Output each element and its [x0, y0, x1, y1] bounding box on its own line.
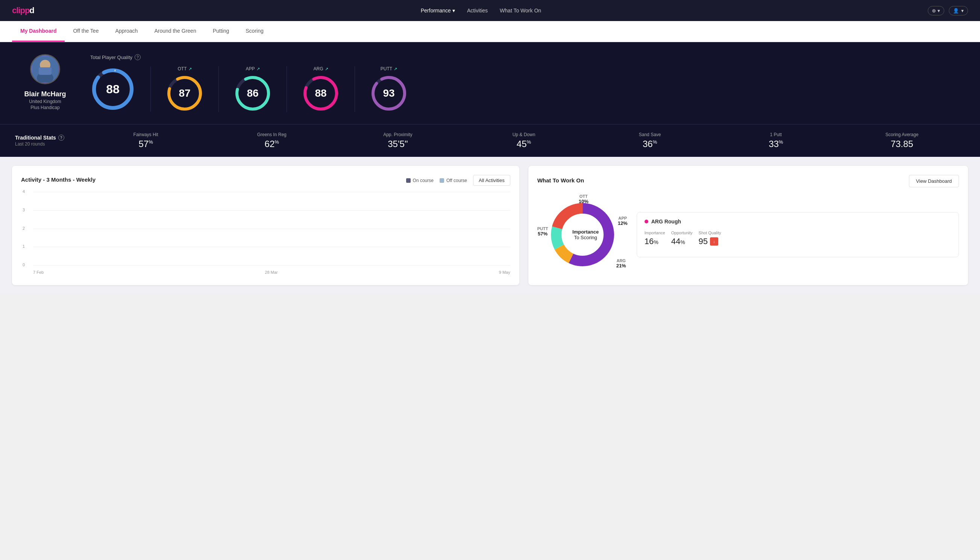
- bars-container: [33, 192, 510, 265]
- logo: clippd: [12, 6, 34, 15]
- putt-ext-label: PUTT 57%: [537, 227, 548, 237]
- help-icon: ?: [135, 54, 141, 60]
- chart-legend: On course Off course: [406, 178, 468, 183]
- trad-sub: Last 20 rounds: [15, 142, 83, 147]
- ott-label: OTT ↗: [178, 66, 192, 72]
- legend-on-course: On course: [406, 178, 434, 183]
- app-label: APP ↗: [246, 66, 260, 72]
- wtwo-card: What To Work On View Dashboard Importanc…: [528, 166, 968, 285]
- top-nav: clippd Performance ▾ Activities What To …: [0, 0, 980, 21]
- all-activities-button[interactable]: All Activities: [473, 175, 510, 186]
- stat-oneputt-value: 33%: [713, 139, 839, 149]
- tab-approach[interactable]: Approach: [107, 21, 146, 42]
- x-labels: 7 Feb 28 Mar 9 May: [33, 270, 510, 275]
- activity-card-header: Activity - 3 Months - Weekly On course O…: [21, 175, 510, 186]
- down-arrow-badge: ↓: [710, 237, 718, 246]
- nav-what-to-work-on[interactable]: What To Work On: [500, 8, 541, 13]
- stat-proximity: App. Proximity 35'5": [335, 132, 461, 149]
- tab-off-the-tee[interactable]: Off the Tee: [65, 21, 107, 42]
- player-name: Blair McHarg: [24, 90, 66, 98]
- donut-app: 86: [234, 75, 271, 112]
- circle-putt: PUTT ↗ 93: [355, 66, 423, 112]
- header-section: Blair McHarg United Kingdom Plus Handica…: [0, 42, 980, 124]
- info-metrics: Importance 16% Opportunity 44% Shot Qual…: [645, 230, 951, 246]
- stat-gir-value: 62%: [209, 139, 335, 149]
- x-label-feb: 7 Feb: [33, 270, 43, 275]
- activity-title: Activity - 3 Months - Weekly: [21, 177, 95, 183]
- ott-score: 87: [179, 87, 190, 99]
- nav-performance[interactable]: Performance ▾: [421, 8, 455, 13]
- plus-icon: ⊕: [932, 8, 936, 13]
- view-dashboard-button[interactable]: View Dashboard: [909, 175, 959, 187]
- activity-card: Activity - 3 Months - Weekly On course O…: [12, 166, 519, 285]
- nav-links: Performance ▾ Activities What To Work On: [421, 8, 541, 13]
- user-icon: 👤: [953, 8, 959, 13]
- putt-score: 93: [383, 87, 394, 99]
- donut-putt: 93: [370, 75, 408, 112]
- tab-around-the-green[interactable]: Around the Green: [146, 21, 204, 42]
- quality-label: Total Player Quality ?: [90, 54, 965, 60]
- donut-arg: 88: [302, 75, 339, 112]
- tab-scoring[interactable]: Scoring: [237, 21, 271, 42]
- putt-label: PUTT ↗: [381, 66, 397, 72]
- app-score: 86: [247, 87, 258, 99]
- circle-ott: OTT ↗ 87: [151, 66, 219, 112]
- arg-label: ARG ↗: [313, 66, 328, 72]
- ott-ext-label: OTT 10%: [579, 194, 589, 204]
- app-ext-label: APP 12%: [618, 216, 627, 226]
- legend-off-course: Off course: [439, 178, 467, 183]
- quality-circles: 88 OTT ↗ 87: [90, 66, 965, 112]
- putt-up-icon: ↗: [394, 67, 397, 72]
- stat-fairways-value: 57%: [83, 139, 209, 149]
- stat-sandsave-value: 36%: [587, 139, 713, 149]
- trad-help-icon: ?: [58, 135, 64, 141]
- avatar: [30, 54, 60, 84]
- off-course-dot: [439, 178, 444, 183]
- stat-proximity-value: 35'5": [335, 139, 461, 149]
- stat-sandsave: Sand Save 36%: [587, 132, 713, 149]
- ott-up-icon: ↗: [188, 67, 192, 72]
- app-up-icon: ↗: [256, 67, 260, 72]
- add-button[interactable]: ⊕ ▾: [928, 6, 944, 15]
- player-handicap: Plus Handicap: [30, 105, 60, 110]
- circle-main: 88: [90, 67, 151, 112]
- opportunity-value: 44%: [671, 237, 693, 246]
- arg-up-icon: ↗: [325, 67, 328, 72]
- donut-main: 88: [90, 67, 135, 112]
- circle-app: APP ↗ 86: [219, 66, 287, 112]
- activity-card-left: Activity - 3 Months - Weekly: [21, 177, 95, 184]
- tabs-bar: My Dashboard Off the Tee Approach Around…: [0, 21, 980, 42]
- traditional-stats: Traditional Stats ? Last 20 rounds Fairw…: [0, 124, 980, 157]
- stat-gir: Greens In Reg 62%: [209, 132, 335, 149]
- info-panel: ARG Rough Importance 16% Opportunity 44%…: [637, 212, 959, 257]
- stat-scoring-value: 73.85: [839, 139, 965, 149]
- wtwo-header: What To Work On View Dashboard: [537, 175, 959, 187]
- tab-putting[interactable]: Putting: [205, 21, 238, 42]
- importance-value: 16%: [645, 237, 665, 246]
- wtwo-body: Importance To Scoring OTT 10% APP 12% AR…: [537, 193, 959, 276]
- tab-my-dashboard[interactable]: My Dashboard: [12, 21, 65, 42]
- quality-section: Total Player Quality ? 88: [90, 54, 965, 112]
- circle-arg: ARG ↗ 88: [287, 66, 355, 112]
- user-button[interactable]: 👤 ▾: [949, 6, 968, 15]
- trad-label-block: Traditional Stats ? Last 20 rounds: [15, 135, 83, 147]
- x-label-mar: 28 Mar: [265, 270, 278, 275]
- stat-fairways: Fairways Hit 57%: [83, 132, 209, 149]
- stat-updown: Up & Down 45%: [461, 132, 587, 149]
- stat-scoring: Scoring Average 73.85: [839, 132, 965, 149]
- info-panel-title: ARG Rough: [645, 218, 951, 225]
- add-chevron-icon: ▾: [937, 8, 940, 13]
- shot-quality-value: 95 ↓: [699, 237, 721, 246]
- donut-ott: 87: [166, 75, 203, 112]
- metric-shot-quality: Shot Quality 95 ↓: [699, 230, 721, 246]
- nav-activities[interactable]: Activities: [467, 8, 488, 13]
- svg-rect-3: [39, 67, 52, 75]
- arg-ext-label: ARG 21%: [616, 258, 626, 268]
- x-label-may: 9 May: [499, 270, 510, 275]
- chart-area: 4 3 2 1 0 7 Feb 28 Mar 9 May: [21, 192, 510, 275]
- donut-center-text: Importance To Scoring: [572, 229, 599, 240]
- user-chevron-icon: ▾: [961, 8, 964, 13]
- wtwo-donut-container: Importance To Scoring OTT 10% APP 12% AR…: [537, 193, 627, 276]
- stat-oneputt: 1 Putt 33%: [713, 132, 839, 149]
- trad-label: Traditional Stats ?: [15, 135, 83, 141]
